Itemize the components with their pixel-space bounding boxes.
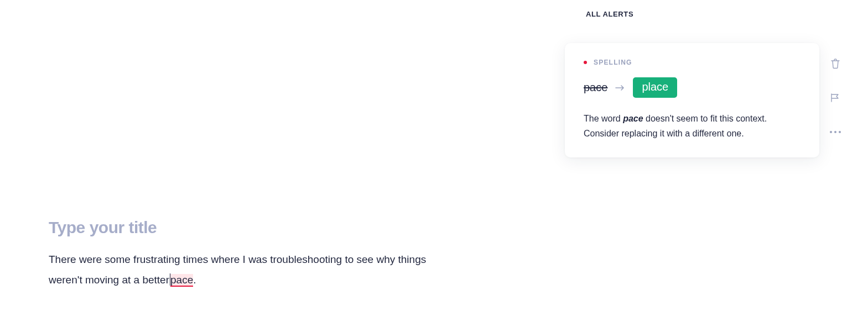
title-input-placeholder[interactable]: Type your title — [49, 218, 447, 237]
explain-em-word: pace — [623, 114, 643, 123]
more-icon — [830, 131, 841, 133]
original-word: pace — [584, 81, 607, 94]
arrow-right-icon — [615, 83, 625, 93]
alert-side-actions — [829, 57, 841, 138]
document-body[interactable]: There were some frustrating times where … — [49, 249, 447, 290]
alert-explanation: The word pace doesn't seem to fit this c… — [584, 111, 801, 141]
alerts-header: ALL ALERTS — [586, 10, 633, 18]
alert-card[interactable]: SPELLING pace place The word pace doesn'… — [565, 43, 819, 157]
alert-dot-icon — [584, 61, 587, 64]
explain-before: The word — [584, 114, 623, 123]
body-text-before: There were some frustrating times where … — [49, 254, 426, 286]
dismiss-alert-button[interactable] — [829, 57, 841, 70]
body-text-after: . — [193, 274, 196, 286]
alert-category-row: SPELLING — [584, 59, 801, 66]
alerts-panel: ALL ALERTS SPELLING pace place The word … — [553, 0, 868, 311]
flag-icon — [830, 93, 841, 103]
more-options-button[interactable] — [829, 126, 841, 138]
flag-alert-button[interactable] — [829, 92, 841, 104]
trash-icon — [830, 58, 840, 69]
suggestion-button[interactable]: place — [633, 77, 677, 98]
editor-area[interactable]: Type your title There were some frustrat… — [49, 218, 447, 290]
alert-category-label: SPELLING — [594, 59, 632, 66]
flagged-word[interactable]: pace — [170, 274, 193, 287]
correction-row: pace place — [584, 77, 801, 98]
